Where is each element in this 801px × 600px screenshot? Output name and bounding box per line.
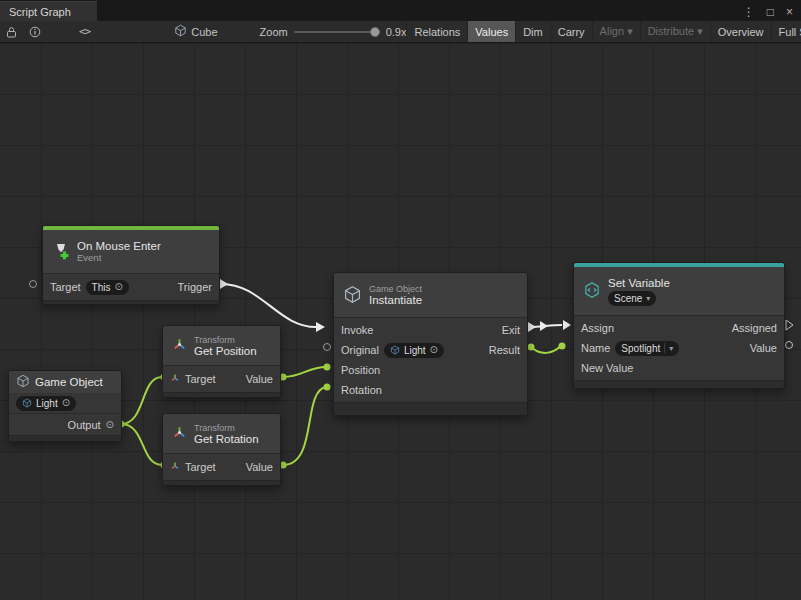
setvar-value-out-port (786, 342, 793, 349)
get-position-title: Get Position (194, 345, 257, 357)
zoom-value: 0.9x (386, 26, 407, 38)
window-close-icon[interactable]: × (786, 6, 793, 18)
window-maximize-icon[interactable]: □ (767, 6, 774, 18)
relations-button[interactable]: Relations (406, 21, 467, 42)
axis-icon (170, 461, 180, 473)
output-port-icon: ⊙ (106, 420, 114, 430)
set-variable-node[interactable]: Set Variable Scene ▾ Assign Assigned Nam… (573, 262, 785, 389)
code-view-icon[interactable]: <> (73, 21, 96, 42)
scope-value-text: Scene (614, 292, 642, 305)
invoke-port-label: Invoke (341, 324, 373, 336)
assigned-out-port (786, 320, 793, 330)
target-port-label: Target (50, 281, 81, 293)
variable-name-dropdown[interactable]: Spotlight ▾ (615, 341, 679, 356)
result-port (528, 344, 535, 351)
event-node-subtitle: Event (77, 252, 161, 263)
assigned-port-label: Assigned (732, 322, 777, 334)
event-node-header: On Mouse Enter Event (43, 230, 219, 274)
instantiate-footer (334, 402, 527, 415)
on-mouse-enter-node[interactable]: On Mouse Enter Event Target This ⊙ Trigg… (42, 225, 220, 305)
instantiate-node[interactable]: Game Object Instantiate Invoke Exit Orig… (333, 272, 528, 416)
window-controls: ⋮ □ × (743, 6, 801, 21)
chevron-down-icon: ▾ (669, 342, 673, 355)
scope-dropdown[interactable]: Scene ▾ (608, 291, 656, 306)
info-icon[interactable] (23, 21, 47, 42)
graph-asset-name: Cube (191, 26, 217, 38)
instantiate-header: Game Object Instantiate (334, 273, 527, 318)
window-menu-icon[interactable]: ⋮ (743, 6, 755, 18)
transform-icon (172, 337, 187, 354)
original-value-text: Light (404, 344, 426, 357)
getrot-target-label: Target (185, 461, 216, 473)
graph-asset-picker[interactable]: Cube (174, 24, 217, 39)
getpos-value-label: Value (246, 373, 273, 385)
original-port-label: Original (341, 344, 379, 356)
getpos-target-label: Target (185, 373, 216, 385)
object-picker-icon[interactable]: ⊙ (62, 398, 70, 408)
value-out-port-label: Value (750, 342, 777, 354)
dim-button[interactable]: Dim (515, 21, 550, 42)
target-value-text: This (92, 281, 111, 294)
zoom-slider-knob[interactable] (370, 27, 380, 37)
graph-cube-icon (174, 24, 187, 39)
set-variable-icon (583, 281, 601, 301)
lock-icon[interactable] (0, 21, 23, 42)
tab-script-graph[interactable]: Script Graph (0, 1, 97, 21)
gameobject-cube-icon (16, 374, 30, 390)
value-wire-result-setvar (531, 346, 561, 353)
target-value-chip[interactable]: This ⊙ (86, 280, 129, 295)
get-position-node[interactable]: Transform Get Position Target Value (162, 325, 281, 398)
output-port-label: Output (68, 419, 101, 431)
object-picker-icon[interactable]: ⊙ (430, 345, 438, 355)
toolbar-button-group: Relations Values Dim Carry Align ▾ Distr… (406, 21, 801, 42)
result-port-label: Result (489, 344, 520, 356)
position-port (324, 364, 331, 371)
get-position-category: Transform (194, 335, 257, 345)
graph-canvas[interactable]: On Mouse Enter Event Target This ⊙ Trigg… (0, 43, 801, 600)
light-cube-icon (22, 398, 32, 408)
flow-wire-trigger-invoke (221, 284, 316, 327)
zoom-control: Zoom 0.9x (260, 26, 407, 38)
script-graph-window: Script Graph ⋮ □ × <> Cube Zoom 0.9 (0, 0, 801, 600)
align-button[interactable]: Align ▾ (592, 21, 640, 42)
game-object-variable-node[interactable]: Game Object Light ⊙ Output ⊙ (8, 370, 122, 442)
event-node-title: On Mouse Enter (77, 240, 161, 252)
zoom-slider[interactable] (294, 31, 380, 33)
assign-port (563, 320, 571, 330)
flow-wire-exit-assign (529, 325, 562, 327)
set-variable-footer (574, 380, 784, 388)
object-picker-icon[interactable]: ⊙ (114, 282, 122, 292)
value-wire-getpos-position (283, 367, 326, 377)
get-rotation-title: Get Rotation (194, 433, 259, 445)
exit-port (528, 322, 536, 332)
set-variable-title: Set Variable (608, 277, 670, 289)
get-rotation-category: Transform (194, 423, 259, 433)
set-variable-header: Set Variable Scene ▾ (574, 267, 784, 316)
carry-button[interactable]: Carry (550, 21, 592, 42)
light-object-chip[interactable]: Light ⊙ (16, 396, 76, 411)
axis-icon (170, 373, 180, 385)
fullscreen-button[interactable]: Full Screen (771, 21, 801, 42)
distribute-button[interactable]: Distribute ▾ (640, 21, 710, 42)
original-value-chip[interactable]: Light ⊙ (384, 343, 444, 358)
new-value-port-label: New Value (581, 362, 633, 374)
light-cube-icon (390, 345, 400, 355)
overview-button[interactable]: Overview (710, 21, 771, 42)
rotation-port (324, 384, 331, 391)
values-button[interactable]: Values (467, 21, 515, 42)
gameobject-cube-icon (343, 285, 362, 306)
invoke-port-arrow (316, 322, 325, 332)
light-object-text: Light (36, 397, 58, 410)
chip-divider (664, 343, 665, 353)
variable-node-title: Game Object (35, 376, 103, 388)
original-port (324, 344, 331, 351)
getrot-value-label: Value (246, 461, 273, 473)
tab-title: Script Graph (9, 6, 71, 18)
get-rotation-footer (163, 480, 280, 485)
event-target-port (30, 281, 37, 288)
chevron-down-icon: ▾ (646, 292, 650, 305)
exit-port-label: Exit (502, 324, 520, 336)
flow-arrow-mid (540, 321, 548, 331)
get-rotation-node[interactable]: Transform Get Rotation Target Value (162, 413, 281, 486)
rotation-port-label: Rotation (341, 384, 382, 396)
